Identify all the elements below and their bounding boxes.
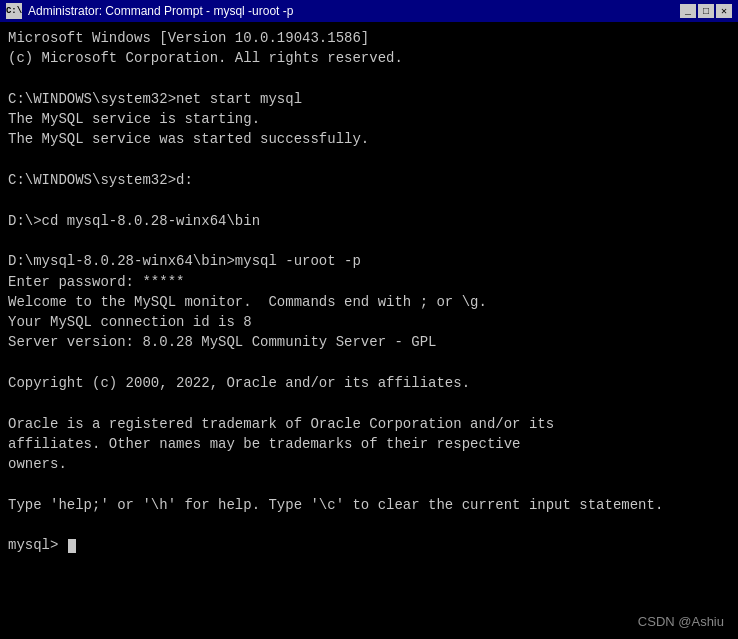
- terminal-line: The MySQL service is starting.: [8, 109, 730, 129]
- terminal-line: [8, 190, 730, 210]
- terminal-line: [8, 231, 730, 251]
- titlebar: C:\ Administrator: Command Prompt - mysq…: [0, 0, 738, 22]
- terminal-line: [8, 69, 730, 89]
- terminal-line: Your MySQL connection id is 8: [8, 312, 730, 332]
- cursor: [68, 539, 76, 553]
- terminal-line: C:\WINDOWS\system32>d:: [8, 170, 730, 190]
- terminal-line: [8, 475, 730, 495]
- terminal-line: Server version: 8.0.28 MySQL Community S…: [8, 332, 730, 352]
- terminal-line: affiliates. Other names may be trademark…: [8, 434, 730, 454]
- terminal-line: D:\>cd mysql-8.0.28-winx64\bin: [8, 211, 730, 231]
- terminal-line: Copyright (c) 2000, 2022, Oracle and/or …: [8, 373, 730, 393]
- maximize-button[interactable]: □: [698, 4, 714, 18]
- terminal-line: Microsoft Windows [Version 10.0.19043.15…: [8, 28, 730, 48]
- terminal-line: Oracle is a registered trademark of Orac…: [8, 414, 730, 434]
- terminal-line: Welcome to the MySQL monitor. Commands e…: [8, 292, 730, 312]
- window-title: Administrator: Command Prompt - mysql -u…: [28, 4, 680, 18]
- minimize-button[interactable]: _: [680, 4, 696, 18]
- window-controls: _ □ ✕: [680, 4, 732, 18]
- prompt-text: mysql>: [8, 535, 67, 555]
- terminal-line: owners.: [8, 454, 730, 474]
- terminal-line: [8, 393, 730, 413]
- prompt-line: mysql>: [8, 535, 730, 555]
- terminal-line: [8, 150, 730, 170]
- terminal-line: [8, 353, 730, 373]
- terminal-line: (c) Microsoft Corporation. All rights re…: [8, 48, 730, 68]
- terminal-output: Microsoft Windows [Version 10.0.19043.15…: [8, 28, 730, 535]
- terminal-line: Type 'help;' or '\h' for help. Type '\c'…: [8, 495, 730, 515]
- close-button[interactable]: ✕: [716, 4, 732, 18]
- terminal-body[interactable]: Microsoft Windows [Version 10.0.19043.15…: [0, 22, 738, 639]
- terminal-line: The MySQL service was started successful…: [8, 129, 730, 149]
- terminal-line: [8, 515, 730, 535]
- cmd-icon: C:\: [6, 3, 22, 19]
- terminal-line: D:\mysql-8.0.28-winx64\bin>mysql -uroot …: [8, 251, 730, 271]
- terminal-line: Enter password: *****: [8, 272, 730, 292]
- terminal-line: C:\WINDOWS\system32>net start mysql: [8, 89, 730, 109]
- window: C:\ Administrator: Command Prompt - mysq…: [0, 0, 738, 639]
- watermark: CSDN @Ashiu: [638, 614, 724, 629]
